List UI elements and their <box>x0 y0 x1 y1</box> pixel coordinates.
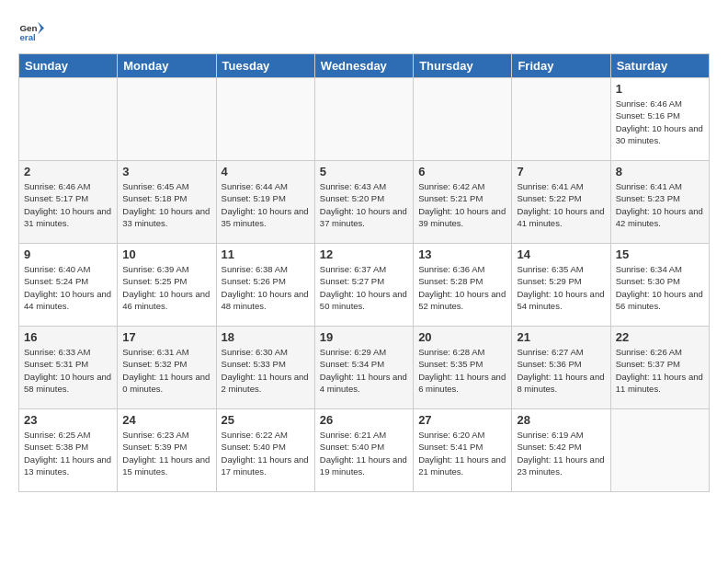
day-number: 4 <box>222 165 310 178</box>
calendar-week-1: 1Sunrise: 6:46 AM Sunset: 5:16 PM Daylig… <box>19 78 710 161</box>
day-number: 10 <box>122 247 210 261</box>
calendar-cell: 6Sunrise: 6:42 AM Sunset: 5:21 PM Daylig… <box>414 161 512 244</box>
calendar-cell: 21Sunrise: 6:27 AM Sunset: 5:36 PM Dayli… <box>512 327 610 409</box>
day-number: 12 <box>320 247 408 261</box>
day-info: Sunrise: 6:25 AM Sunset: 5:38 PM Dayligh… <box>24 429 112 477</box>
calendar-cell: 11Sunrise: 6:38 AM Sunset: 5:26 PM Dayli… <box>216 244 314 327</box>
day-info: Sunrise: 6:21 AM Sunset: 5:40 PM Dayligh… <box>320 429 408 477</box>
day-info: Sunrise: 6:39 AM Sunset: 5:25 PM Dayligh… <box>122 263 210 312</box>
day-number: 6 <box>418 165 506 178</box>
calendar-cell: 13Sunrise: 6:36 AM Sunset: 5:28 PM Dayli… <box>414 244 512 327</box>
day-number: 8 <box>616 165 704 178</box>
day-number: 23 <box>24 413 112 427</box>
day-info: Sunrise: 6:42 AM Sunset: 5:21 PM Dayligh… <box>418 180 506 229</box>
day-info: Sunrise: 6:30 AM Sunset: 5:33 PM Dayligh… <box>222 346 310 395</box>
calendar-cell: 23Sunrise: 6:25 AM Sunset: 5:38 PM Dayli… <box>19 409 118 492</box>
calendar-cell: 22Sunrise: 6:26 AM Sunset: 5:37 PM Dayli… <box>610 327 709 409</box>
day-number: 28 <box>517 413 605 427</box>
day-info: Sunrise: 6:46 AM Sunset: 5:17 PM Dayligh… <box>24 180 112 229</box>
svg-text:eral: eral <box>19 32 36 42</box>
day-number: 7 <box>517 165 605 178</box>
calendar-cell: 8Sunrise: 6:41 AM Sunset: 5:23 PM Daylig… <box>610 161 709 244</box>
calendar-cell <box>216 78 314 161</box>
calendar-week-2: 2Sunrise: 6:46 AM Sunset: 5:17 PM Daylig… <box>19 161 710 244</box>
day-info: Sunrise: 6:29 AM Sunset: 5:34 PM Dayligh… <box>320 346 408 395</box>
day-info: Sunrise: 6:44 AM Sunset: 5:19 PM Dayligh… <box>222 180 310 229</box>
day-number: 3 <box>122 165 210 178</box>
calendar-cell: 16Sunrise: 6:33 AM Sunset: 5:31 PM Dayli… <box>19 327 118 409</box>
calendar-cell: 14Sunrise: 6:35 AM Sunset: 5:29 PM Dayli… <box>512 244 610 327</box>
day-info: Sunrise: 6:27 AM Sunset: 5:36 PM Dayligh… <box>517 346 605 395</box>
day-number: 22 <box>616 330 704 344</box>
calendar-header-saturday: Saturday <box>610 54 709 78</box>
calendar-cell: 1Sunrise: 6:46 AM Sunset: 5:16 PM Daylig… <box>610 78 709 161</box>
calendar-header-friday: Friday <box>512 54 610 78</box>
calendar-cell: 26Sunrise: 6:21 AM Sunset: 5:40 PM Dayli… <box>314 409 413 492</box>
day-number: 11 <box>222 247 310 261</box>
calendar-cell: 19Sunrise: 6:29 AM Sunset: 5:34 PM Dayli… <box>314 327 413 409</box>
day-number: 26 <box>320 413 408 427</box>
day-info: Sunrise: 6:41 AM Sunset: 5:23 PM Dayligh… <box>616 180 704 229</box>
calendar-cell <box>118 78 216 161</box>
day-info: Sunrise: 6:31 AM Sunset: 5:32 PM Dayligh… <box>122 346 210 395</box>
day-number: 24 <box>122 413 210 427</box>
calendar-cell: 18Sunrise: 6:30 AM Sunset: 5:33 PM Dayli… <box>216 327 314 409</box>
day-number: 16 <box>24 330 112 344</box>
day-info: Sunrise: 6:20 AM Sunset: 5:41 PM Dayligh… <box>418 429 506 477</box>
calendar-cell: 17Sunrise: 6:31 AM Sunset: 5:32 PM Dayli… <box>118 327 216 409</box>
day-number: 21 <box>517 330 605 344</box>
day-number: 5 <box>320 165 408 178</box>
calendar-header-thursday: Thursday <box>414 54 512 78</box>
calendar-cell: 25Sunrise: 6:22 AM Sunset: 5:40 PM Dayli… <box>216 409 314 492</box>
day-info: Sunrise: 6:19 AM Sunset: 5:42 PM Dayligh… <box>517 429 605 477</box>
calendar-header-sunday: Sunday <box>19 54 118 78</box>
day-info: Sunrise: 6:22 AM Sunset: 5:40 PM Dayligh… <box>222 429 310 477</box>
calendar-cell: 7Sunrise: 6:41 AM Sunset: 5:22 PM Daylig… <box>512 161 610 244</box>
day-number: 14 <box>517 247 605 261</box>
header: Gen eral <box>18 18 710 44</box>
day-info: Sunrise: 6:34 AM Sunset: 5:30 PM Dayligh… <box>616 263 704 312</box>
day-info: Sunrise: 6:43 AM Sunset: 5:20 PM Dayligh… <box>320 180 408 229</box>
day-info: Sunrise: 6:28 AM Sunset: 5:35 PM Dayligh… <box>418 346 506 395</box>
day-number: 18 <box>222 330 310 344</box>
calendar-cell: 15Sunrise: 6:34 AM Sunset: 5:30 PM Dayli… <box>610 244 709 327</box>
calendar-header-monday: Monday <box>118 54 216 78</box>
day-info: Sunrise: 6:46 AM Sunset: 5:16 PM Dayligh… <box>616 98 704 146</box>
calendar-week-5: 23Sunrise: 6:25 AM Sunset: 5:38 PM Dayli… <box>19 409 710 492</box>
day-number: 13 <box>418 247 506 261</box>
calendar-cell: 5Sunrise: 6:43 AM Sunset: 5:20 PM Daylig… <box>314 161 413 244</box>
logo: Gen eral <box>18 18 48 44</box>
day-info: Sunrise: 6:26 AM Sunset: 5:37 PM Dayligh… <box>616 346 704 395</box>
calendar-cell: 4Sunrise: 6:44 AM Sunset: 5:19 PM Daylig… <box>216 161 314 244</box>
day-info: Sunrise: 6:36 AM Sunset: 5:28 PM Dayligh… <box>418 263 506 312</box>
day-number: 20 <box>418 330 506 344</box>
day-number: 25 <box>222 413 310 427</box>
calendar: SundayMondayTuesdayWednesdayThursdayFrid… <box>18 53 710 492</box>
day-number: 1 <box>616 82 704 96</box>
calendar-week-3: 9Sunrise: 6:40 AM Sunset: 5:24 PM Daylig… <box>19 244 710 327</box>
day-info: Sunrise: 6:45 AM Sunset: 5:18 PM Dayligh… <box>122 180 210 229</box>
day-number: 15 <box>616 247 704 261</box>
calendar-week-4: 16Sunrise: 6:33 AM Sunset: 5:31 PM Dayli… <box>19 327 710 409</box>
calendar-header-tuesday: Tuesday <box>216 54 314 78</box>
day-info: Sunrise: 6:40 AM Sunset: 5:24 PM Dayligh… <box>24 263 112 312</box>
day-info: Sunrise: 6:38 AM Sunset: 5:26 PM Dayligh… <box>222 263 310 312</box>
calendar-cell <box>610 409 709 492</box>
day-info: Sunrise: 6:33 AM Sunset: 5:31 PM Dayligh… <box>24 346 112 395</box>
day-info: Sunrise: 6:23 AM Sunset: 5:39 PM Dayligh… <box>122 429 210 477</box>
calendar-cell <box>314 78 413 161</box>
calendar-header-row: SundayMondayTuesdayWednesdayThursdayFrid… <box>19 54 710 78</box>
calendar-cell: 20Sunrise: 6:28 AM Sunset: 5:35 PM Dayli… <box>414 327 512 409</box>
calendar-cell <box>414 78 512 161</box>
calendar-cell: 28Sunrise: 6:19 AM Sunset: 5:42 PM Dayli… <box>512 409 610 492</box>
calendar-cell: 3Sunrise: 6:45 AM Sunset: 5:18 PM Daylig… <box>118 161 216 244</box>
svg-marker-2 <box>38 22 44 35</box>
day-number: 9 <box>24 247 112 261</box>
calendar-header-wednesday: Wednesday <box>314 54 413 78</box>
day-number: 17 <box>122 330 210 344</box>
day-number: 2 <box>24 165 112 178</box>
calendar-cell: 9Sunrise: 6:40 AM Sunset: 5:24 PM Daylig… <box>19 244 118 327</box>
calendar-cell <box>19 78 118 161</box>
day-info: Sunrise: 6:37 AM Sunset: 5:27 PM Dayligh… <box>320 263 408 312</box>
day-number: 19 <box>320 330 408 344</box>
